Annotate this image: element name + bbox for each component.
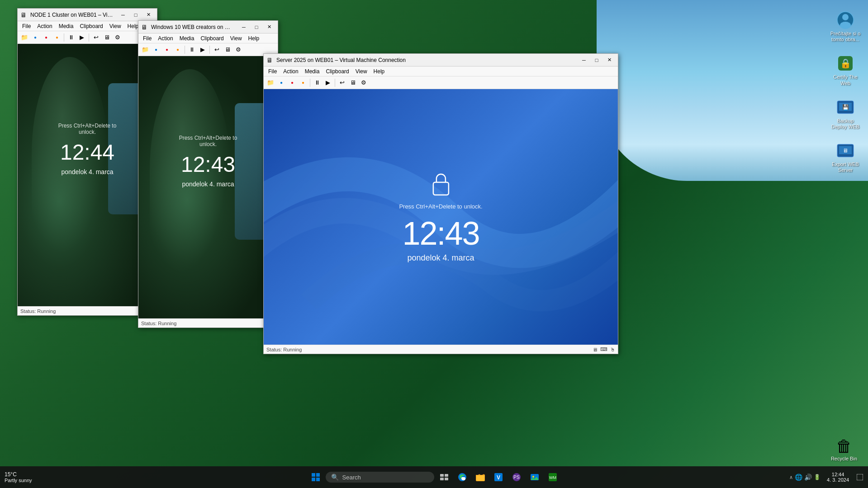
server2025-content[interactable]: Press Ctrl+Alt+Delete to unlock. 12:43 p… — [264, 89, 618, 345]
node1-menu-media[interactable]: Media — [56, 22, 76, 30]
desktop-icon-profile[interactable]: Prečítajte si o tomto obra... — [827, 9, 863, 44]
hyperv-button[interactable]: V — [490, 469, 507, 485]
server2025-tb-folder[interactable]: 📁 — [266, 78, 275, 88]
win10-menu-help[interactable]: Help — [246, 34, 262, 43]
desktop-icon-export[interactable]: 🖥 Export WEB Server — [827, 140, 863, 175]
win10-minimize-btn[interactable]: ─ — [238, 23, 250, 32]
win10-title-text: Windows 10 WEB creators on WEB01 – Virtu… — [151, 24, 235, 30]
node1-title-buttons: ─ □ ✕ — [117, 10, 154, 19]
network-icon[interactable]: 🌐 — [795, 474, 802, 481]
svg-rect-31 — [857, 474, 863, 480]
win10-close-btn[interactable]: ✕ — [263, 23, 275, 32]
node1-minimize-btn[interactable]: ─ — [117, 10, 129, 19]
power-icon[interactable]: 🔋 — [814, 474, 821, 480]
node1-content[interactable]: Press Ctrl+Alt+Delete to unlock. 12:44 p… — [18, 44, 157, 306]
node1-restore-btn[interactable]: □ — [130, 10, 142, 19]
svg-rect-22 — [476, 475, 484, 481]
profile-icon-label: Prečítajte si o tomto obra... — [829, 31, 862, 43]
win10-tb-monitor[interactable]: 🖥 — [223, 45, 232, 55]
win10-content[interactable]: Press Ctrl+Alt+Delete to unlock. 12:43 p… — [138, 56, 278, 318]
server2025-minimize-btn[interactable]: ─ — [578, 56, 590, 65]
win10-titlebar[interactable]: 🖥 Windows 10 WEB creators on WEB01 – Vir… — [138, 21, 278, 33]
server2025-tb-orange[interactable]: ● — [298, 78, 308, 88]
win10-menu-action[interactable]: Action — [155, 34, 175, 43]
server2025-menu-help[interactable]: Help — [371, 67, 388, 76]
win10-tb-back[interactable]: ↩ — [212, 45, 222, 55]
desktop-icon-certify[interactable]: 🔒 Certify The Web — [827, 52, 863, 88]
edge-button[interactable] — [454, 469, 470, 485]
node1-close-btn[interactable]: ✕ — [142, 10, 154, 19]
server2025-menu-view[interactable]: View — [353, 67, 370, 76]
node1-tb-red[interactable]: ● — [41, 33, 51, 43]
server2025-tb-play[interactable]: ▶ — [323, 78, 333, 88]
win10-menu-media[interactable]: Media — [177, 34, 197, 43]
node1-tb-play[interactable]: ▶ — [77, 33, 87, 43]
win10-tb-pause[interactable]: ⏸ — [187, 45, 197, 55]
taskbar-center: 🔍 Search — [308, 469, 561, 485]
server2025-tb-pause[interactable]: ⏸ — [312, 78, 322, 88]
server2025-tb-back[interactable]: ↩ — [337, 78, 347, 88]
server2025-tb-red[interactable]: ● — [287, 78, 297, 88]
desktop-icon-backup[interactable]: 💾 Backup Deploy WEB — [827, 96, 863, 132]
node1-menu-action[interactable]: Action — [34, 22, 55, 30]
win10-lockscreen: Press Ctrl+Alt+Delete to unlock. 12:43 p… — [138, 56, 278, 318]
recycle-bin-label: Recycle Bin — [831, 456, 857, 461]
node1-tb-gear[interactable]: ⚙ — [113, 33, 123, 43]
certify-icon-label: Certify The Web — [829, 74, 862, 86]
photos-button[interactable] — [526, 469, 543, 485]
win10-tb-sep2 — [209, 46, 210, 54]
search-bar[interactable]: 🔍 Search — [326, 472, 434, 483]
node1-tb-pause[interactable]: ⏸ — [66, 33, 76, 43]
volume-icon[interactable]: 🔊 — [804, 474, 812, 481]
server2025-menu-action[interactable]: Action — [280, 67, 301, 76]
svg-rect-16 — [440, 474, 444, 477]
server2025-menu-media[interactable]: Media — [302, 67, 323, 76]
win10-tb-orange[interactable]: ● — [173, 45, 183, 55]
server2025-menu-file[interactable]: File — [266, 67, 280, 76]
node1-tb-monitor[interactable]: 🖥 — [102, 33, 112, 43]
node1-tb-orange[interactable]: ● — [52, 33, 62, 43]
weather-widget[interactable]: 15°C Partly sunny — [0, 470, 37, 484]
win10-menu-view[interactable]: View — [228, 34, 245, 43]
chevron-up-icon[interactable]: ∧ — [789, 474, 793, 480]
app-button-1[interactable]: PS — [508, 469, 525, 485]
taskview-button[interactable] — [436, 469, 452, 485]
taskbar: 15°C Partly sunny 🔍 Search — [0, 466, 868, 488]
win10-tb-blue[interactable]: ● — [151, 45, 161, 55]
win10-tb-red[interactable]: ● — [162, 45, 172, 55]
node1-menu-view[interactable]: View — [107, 22, 124, 30]
win10-restore-btn[interactable]: □ — [251, 23, 262, 32]
node1-title-text: NODE 1 Cluster on WEB01 – Virtual Machin… — [30, 12, 114, 18]
server2025-menu-clipboard[interactable]: Clipboard — [323, 67, 351, 76]
server2025-close-btn[interactable]: ✕ — [603, 56, 615, 65]
server2025-tb-blue[interactable]: ● — [276, 78, 286, 88]
window-node1: 🖥 NODE 1 Cluster on WEB01 – Virtual Mach… — [17, 8, 157, 316]
system-clock[interactable]: 12:44 4. 3. 2024 — [823, 472, 853, 483]
win10-menu-clipboard[interactable]: Clipboard — [198, 34, 226, 43]
server2025-tb-gear[interactable]: ⚙ — [359, 78, 369, 88]
server2025-restore-btn[interactable]: □ — [591, 56, 602, 65]
win10-tb-gear[interactable]: ⚙ — [233, 45, 243, 55]
node1-titlebar[interactable]: 🖥 NODE 1 Cluster on WEB01 – Virtual Mach… — [18, 9, 157, 21]
node1-tb-folder[interactable]: 📁 — [19, 33, 29, 43]
backup-icon-label: Backup Deploy WEB — [829, 118, 862, 130]
node1-tb-back[interactable]: ↩ — [91, 33, 101, 43]
start-button[interactable] — [308, 469, 324, 485]
node1-lockscreen-info: Press Ctrl+Alt+Delete to unlock. 12:44 p… — [52, 123, 122, 175]
recycle-bin[interactable]: 🗑 Recycle Bin — [829, 435, 859, 463]
node1-menu-file[interactable]: File — [19, 22, 33, 30]
lock-icon — [430, 171, 452, 197]
fileexplorer-button[interactable] — [472, 469, 489, 485]
server2025-titlebar[interactable]: 🖥 Server 2025 on WEB01 – Virtual Machine… — [264, 54, 618, 66]
win10-menu-file[interactable]: File — [140, 34, 154, 43]
server2025-tb-monitor[interactable]: 🖥 — [348, 78, 358, 88]
notification-center[interactable] — [855, 469, 864, 485]
node1-tb-blue[interactable]: ● — [30, 33, 40, 43]
win10-tb-folder[interactable]: 📁 — [140, 45, 150, 55]
search-icon: 🔍 — [331, 474, 339, 481]
server2025-status-text: Status: Running — [266, 347, 302, 352]
win10-tb-play[interactable]: ▶ — [198, 45, 208, 55]
app-button-2[interactable]: WM — [545, 469, 561, 485]
node1-menu-clipboard[interactable]: Clipboard — [77, 22, 105, 30]
node1-unlock-text: Press Ctrl+Alt+Delete to unlock. — [52, 123, 122, 135]
